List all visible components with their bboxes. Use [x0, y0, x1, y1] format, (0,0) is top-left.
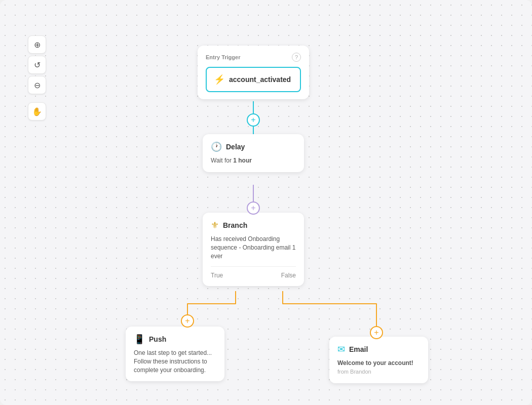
add-icon: +: [251, 116, 255, 124]
email-title: Email: [349, 345, 368, 353]
delay-desc-bold: 1 hour: [233, 157, 252, 164]
toolbar: ⊕ ↺ ⊖ ✋: [28, 35, 46, 120]
delay-header: 🕐 Delay: [211, 141, 296, 152]
help-icon: ?: [295, 54, 298, 60]
trigger-content: ⚡ account_activated: [206, 67, 301, 92]
branch-header: ⚜ Branch: [211, 220, 296, 231]
branch-labels: True False: [211, 266, 296, 279]
delay-description: Wait for 1 hour: [211, 156, 296, 165]
add-step-false-button[interactable]: +: [370, 326, 383, 339]
email-header: ✉ Email: [337, 344, 420, 355]
pan-icon: ✋: [32, 107, 42, 116]
lightning-icon: ⚡: [214, 74, 225, 85]
email-node[interactable]: ✉ Email Welcome to your account! from Br…: [329, 337, 428, 383]
branch-title: Branch: [223, 221, 247, 229]
add-icon-2: +: [251, 204, 255, 212]
branch-desc-text: Has received Onboarding sequence - Onboa…: [211, 235, 295, 260]
flow-canvas: ⊕ ↺ ⊖ ✋ +: [0, 0, 532, 405]
push-header: 📱 Push: [134, 334, 216, 345]
email-icon: ✉: [337, 344, 345, 355]
zoom-out-icon: ⊖: [34, 80, 41, 90]
add-step-2-button[interactable]: +: [247, 201, 260, 215]
push-desc-text: One last step to get started... Follow t…: [134, 349, 212, 374]
delay-title: Delay: [226, 143, 245, 151]
add-step-true-button[interactable]: +: [181, 314, 194, 328]
zoom-in-icon: ⊕: [34, 40, 41, 50]
help-button[interactable]: ?: [292, 53, 301, 62]
entry-trigger-node[interactable]: Entry Trigger ? ⚡ account_activated: [198, 46, 309, 99]
push-description: One last step to get started... Follow t…: [134, 349, 216, 374]
add-step-1-button[interactable]: +: [247, 113, 260, 127]
entry-trigger-header: Entry Trigger ?: [206, 53, 301, 62]
email-from: from Brandon: [337, 369, 371, 375]
email-subject: Welcome to your account!: [337, 359, 413, 367]
branch-icon: ⚜: [211, 220, 219, 231]
push-icon: 📱: [134, 334, 145, 345]
zoom-in-button[interactable]: ⊕: [28, 35, 46, 54]
add-icon-false: +: [374, 329, 378, 337]
push-title: Push: [149, 335, 166, 343]
pan-button[interactable]: ✋: [28, 102, 46, 120]
branch-description: Has received Onboarding sequence - Onboa…: [211, 235, 296, 260]
undo-icon: ↺: [34, 60, 41, 70]
trigger-name: account_activated: [229, 75, 291, 84]
zoom-out-button[interactable]: ⊖: [28, 76, 46, 94]
delay-node[interactable]: 🕐 Delay Wait for 1 hour: [203, 134, 304, 172]
email-description: Welcome to your account! from Brandon: [337, 359, 420, 376]
push-node[interactable]: 📱 Push One last step to get started... F…: [126, 327, 224, 381]
add-icon-true: +: [185, 317, 189, 325]
branch-true-label: True: [211, 272, 223, 279]
undo-button[interactable]: ↺: [28, 56, 46, 74]
delay-desc-prefix: Wait for: [211, 157, 233, 164]
branch-node[interactable]: ⚜ Branch Has received Onboarding sequenc…: [203, 213, 304, 286]
branch-false-label: False: [281, 272, 296, 279]
clock-icon: 🕐: [211, 141, 222, 152]
entry-trigger-title: Entry Trigger: [206, 54, 240, 60]
